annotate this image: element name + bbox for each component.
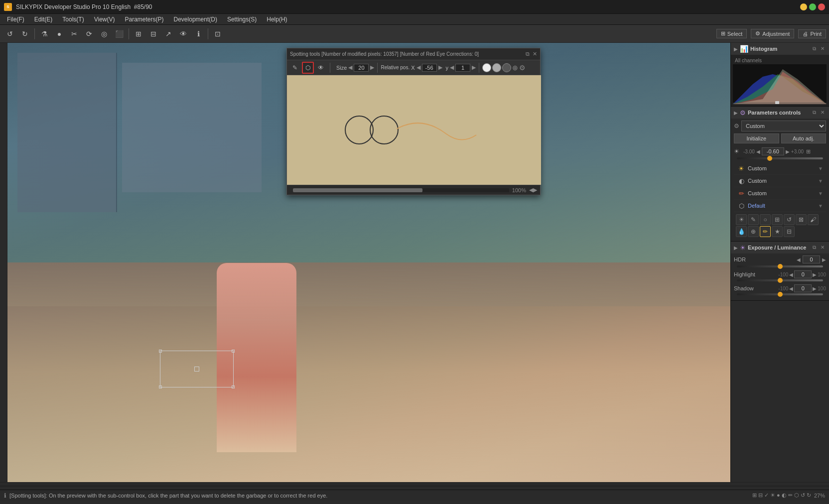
hdr-value[interactable]: 0 [803, 255, 820, 263]
export-button[interactable]: ↗ [161, 27, 175, 41]
spot-y-increase[interactable]: ▶ [472, 64, 476, 71]
menu-help[interactable]: Help(H) [262, 15, 292, 24]
highlight-value[interactable]: 0 [794, 270, 812, 278]
shadow-increase[interactable]: ▶ [813, 286, 817, 291]
params-expand-btn[interactable]: ⧉ [811, 109, 818, 116]
develop-button[interactable]: ⚗ [37, 27, 51, 41]
shadow-slider-thumb[interactable] [778, 292, 783, 297]
maximize-button[interactable]: □ [809, 3, 816, 10]
histogram-expand-btn[interactable]: ⧉ [811, 45, 818, 52]
menu-settings[interactable]: Settings(S) [222, 15, 262, 24]
spot-y-decrease[interactable]: ◀ [450, 64, 454, 71]
shadow-value[interactable]: 0 [794, 284, 812, 292]
exp-lum-expand-btn[interactable]: ⧉ [811, 244, 818, 251]
spot-x-value[interactable]: -56 [422, 64, 437, 72]
spotting-expand-icon[interactable]: ⧉ [526, 51, 530, 57]
initialize-button[interactable]: Initialize [734, 133, 779, 143]
spot-button[interactable]: ● [52, 27, 66, 41]
exposure-reset-icon[interactable]: ⊞ [806, 148, 811, 155]
exposure-increase[interactable]: ▶ [786, 149, 790, 154]
spot-settings-icon[interactable]: ⚙ [519, 64, 526, 72]
tool-copy[interactable]: ⊞ [772, 214, 783, 225]
sharpness-expand[interactable]: ▼ [818, 203, 823, 209]
tool-pencil[interactable]: ✎ [748, 214, 759, 225]
spot-eyedropper-icon[interactable]: ⊕ [512, 64, 518, 72]
spot-brush-tool[interactable]: ⬡ [302, 62, 314, 74]
color-expand[interactable]: ▼ [818, 191, 823, 196]
menu-development[interactable]: Development(D) [169, 15, 222, 24]
highlight-decrease[interactable]: ◀ [789, 272, 793, 277]
tone-expand[interactable]: ▼ [818, 178, 823, 184]
copy-button[interactable]: ⊞ [132, 27, 145, 41]
tool-circle[interactable]: ○ [760, 214, 771, 225]
histogram-close-btn[interactable]: ✕ [819, 45, 826, 52]
highlight-slider-thumb[interactable] [778, 278, 783, 283]
spot-size-decrease[interactable]: ◀ [348, 64, 352, 71]
tool-brush[interactable]: 🖌 [808, 214, 819, 225]
tool-trash[interactable]: ⊟ [784, 226, 795, 237]
select-button[interactable]: ⊞ Select [716, 29, 747, 38]
parameters-header[interactable]: ▶ ⚙ Parameters controls ⧉ ✕ [731, 107, 829, 119]
spot-color-gray[interactable] [492, 63, 501, 72]
shadow-decrease[interactable]: ◀ [789, 286, 793, 291]
histogram-header[interactable]: ▶ 📊 Histogram ⧉ ✕ [731, 43, 829, 55]
highlight-increase[interactable]: ▶ [813, 272, 817, 277]
zoom-fit-button[interactable]: ⊡ [211, 27, 225, 41]
spot-eye-tool[interactable]: 👁 [315, 62, 327, 74]
print-button[interactable]: 🖨 Print [798, 29, 826, 38]
spot-color-dark[interactable] [502, 63, 511, 72]
white-balance-expand[interactable]: ▼ [818, 166, 823, 171]
auto-adj-button[interactable]: Auto adj. [781, 133, 827, 143]
canvas-area[interactable]: Spotting tools [Number of modified pixel… [7, 43, 730, 482]
hdr-decrease[interactable]: ◀ [797, 257, 801, 262]
tool-pen[interactable]: ✏ [760, 226, 771, 237]
exp-lum-header[interactable]: ▶ ☀ Exposure / Luminance ⧉ ✕ [731, 242, 829, 253]
hdr-increase[interactable]: ▶ [822, 257, 826, 262]
params-close-btn[interactable]: ✕ [819, 109, 826, 116]
mask-button[interactable]: ⬛ [112, 27, 126, 41]
menu-tools[interactable]: Tools(T) [57, 15, 89, 24]
menu-file[interactable]: File(F) [2, 15, 29, 24]
hdr-slider-thumb[interactable] [778, 264, 783, 269]
tool-dropper[interactable]: 💧 [736, 226, 747, 237]
tool-rotate[interactable]: ↺ [784, 214, 795, 225]
exp-lum-close-btn[interactable]: ✕ [819, 244, 826, 251]
spot-y-value[interactable]: 1 [455, 64, 470, 72]
tool-dropper2[interactable]: ⊕ [748, 226, 759, 237]
exposure-decrease[interactable]: ◀ [756, 149, 760, 154]
spot-x-decrease[interactable]: ◀ [416, 64, 420, 71]
redo-button[interactable]: ↻ [18, 27, 32, 41]
tool-star[interactable]: ★ [772, 226, 783, 237]
spotting-content[interactable] [287, 75, 540, 185]
menu-parameters[interactable]: Parameters(P) [120, 15, 169, 24]
paste-button[interactable]: ⊟ [146, 27, 160, 41]
info-button[interactable]: ℹ [191, 27, 205, 41]
spot-pencil-tool[interactable]: ✎ [289, 62, 301, 74]
tool-grid[interactable]: ⊠ [796, 214, 807, 225]
hdr-slider-track[interactable] [737, 265, 823, 267]
rotate-button[interactable]: ⟳ [82, 27, 96, 41]
spot-size-increase[interactable]: ▶ [370, 64, 374, 71]
adjustment-button[interactable]: ⚙ Adjustment [751, 29, 794, 38]
tool-sun[interactable]: ☀ [736, 214, 747, 225]
lens-button[interactable]: ◎ [97, 27, 111, 41]
exposure-slider-track[interactable] [737, 157, 823, 159]
preset-gear-icon[interactable]: ⚙ [734, 123, 739, 129]
exposure-slider-thumb[interactable] [767, 156, 772, 161]
spot-x-increase[interactable]: ▶ [438, 64, 442, 71]
spotting-close-icon[interactable]: ✕ [533, 51, 537, 57]
spot-color-white[interactable] [482, 63, 491, 72]
highlight-slider-track[interactable] [737, 279, 823, 281]
menu-edit[interactable]: Edit(E) [29, 15, 58, 24]
preset-dropdown[interactable]: Custom [741, 121, 826, 131]
spotting-zoom-controls[interactable]: ◀▶ [529, 187, 537, 193]
close-button[interactable]: × [818, 3, 825, 10]
crop-button[interactable]: ✂ [67, 27, 81, 41]
preview-button[interactable]: 👁 [176, 27, 190, 41]
menu-view[interactable]: View(V) [89, 15, 120, 24]
shadow-slider-track[interactable] [737, 293, 823, 295]
exposure-value[interactable]: -0.60 [762, 147, 784, 155]
spot-size-value[interactable]: 20 [354, 64, 369, 72]
undo-button[interactable]: ↺ [3, 27, 17, 41]
minimize-button[interactable]: _ [800, 3, 807, 10]
